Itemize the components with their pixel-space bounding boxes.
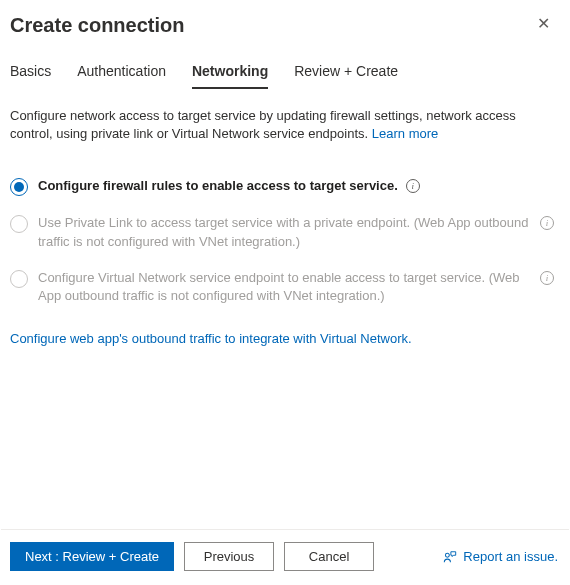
tab-authentication[interactable]: Authentication [77, 63, 166, 89]
close-icon[interactable]: ✕ [535, 14, 552, 34]
report-issue-label: Report an issue. [463, 549, 558, 564]
radio-private-link [10, 215, 28, 233]
tab-networking[interactable]: Networking [192, 63, 268, 89]
info-icon[interactable]: i [540, 216, 554, 230]
svg-point-0 [446, 553, 450, 557]
configure-outbound-link[interactable]: Configure web app's outbound traffic to … [10, 331, 412, 346]
next-button[interactable]: Next : Review + Create [10, 542, 174, 571]
option-vnet-endpoint: Configure Virtual Network service endpoi… [10, 269, 560, 305]
page-title: Create connection [10, 14, 184, 37]
report-issue-link[interactable]: Report an issue. [443, 549, 558, 564]
option-private-link-label: Use Private Link to access target servic… [38, 214, 532, 250]
footer: Next : Review + Create Previous Cancel R… [0, 530, 570, 585]
option-private-link: Use Private Link to access target servic… [10, 214, 560, 250]
tab-bar: Basics Authentication Networking Review … [0, 37, 570, 89]
content-area: Configure network access to target servi… [0, 89, 570, 529]
tab-review-create[interactable]: Review + Create [294, 63, 398, 89]
option-firewall-label: Configure firewall rules to enable acces… [38, 177, 398, 195]
networking-description: Configure network access to target servi… [10, 107, 560, 143]
info-icon[interactable]: i [540, 271, 554, 285]
tab-basics[interactable]: Basics [10, 63, 51, 89]
person-feedback-icon [443, 550, 457, 564]
cancel-button[interactable]: Cancel [284, 542, 374, 571]
networking-options: Configure firewall rules to enable acces… [10, 177, 560, 305]
previous-button[interactable]: Previous [184, 542, 274, 571]
info-icon[interactable]: i [406, 179, 420, 193]
option-firewall[interactable]: Configure firewall rules to enable acces… [10, 177, 560, 196]
description-text: Configure network access to target servi… [10, 108, 516, 141]
radio-vnet-endpoint [10, 270, 28, 288]
option-vnet-endpoint-label: Configure Virtual Network service endpoi… [38, 269, 532, 305]
radio-firewall[interactable] [10, 178, 28, 196]
learn-more-link[interactable]: Learn more [372, 126, 438, 141]
